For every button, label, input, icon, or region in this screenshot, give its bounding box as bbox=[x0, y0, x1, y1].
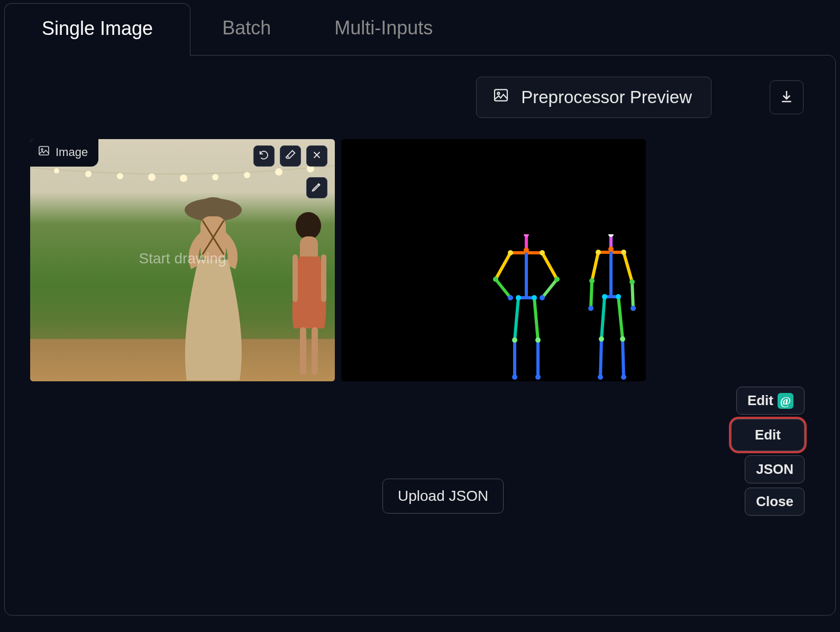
svg-line-54 bbox=[632, 282, 633, 308]
download-button[interactable] bbox=[770, 80, 804, 114]
svg-point-12 bbox=[199, 197, 227, 214]
svg-point-5 bbox=[148, 173, 156, 181]
undo-button[interactable] bbox=[253, 145, 275, 167]
edit-button[interactable]: Edit bbox=[731, 419, 805, 451]
svg-line-53 bbox=[624, 252, 632, 282]
svg-point-44 bbox=[512, 337, 517, 343]
svg-point-3 bbox=[85, 171, 92, 177]
image-icon bbox=[38, 144, 50, 160]
svg-rect-16 bbox=[300, 327, 306, 375]
svg-point-65 bbox=[629, 279, 635, 285]
json-button[interactable]: JSON bbox=[745, 455, 805, 483]
svg-point-8 bbox=[244, 172, 250, 178]
svg-rect-18 bbox=[293, 254, 298, 302]
main-panel: Preprocessor Preview bbox=[4, 55, 836, 616]
svg-point-2 bbox=[54, 168, 59, 173]
svg-point-37 bbox=[540, 250, 545, 255]
tab-batch[interactable]: Batch bbox=[190, 3, 303, 56]
draw-hint-text: Start drawing bbox=[139, 250, 226, 267]
edit-photopea-label: Edit bbox=[747, 392, 773, 409]
svg-point-14 bbox=[296, 212, 321, 240]
preprocessor-preview-text: Preprocessor Preview bbox=[521, 87, 692, 107]
svg-point-38 bbox=[493, 277, 498, 282]
eraser-button[interactable] bbox=[280, 145, 301, 167]
svg-rect-20 bbox=[39, 146, 49, 155]
svg-line-58 bbox=[618, 297, 623, 339]
close-button[interactable]: Close bbox=[745, 488, 805, 516]
pen-tool-button[interactable] bbox=[306, 177, 327, 198]
image-controls bbox=[253, 145, 327, 167]
svg-point-68 bbox=[602, 294, 607, 299]
svg-point-69 bbox=[616, 294, 621, 299]
photopea-icon: @ bbox=[778, 393, 793, 409]
svg-point-39 bbox=[554, 277, 560, 282]
svg-point-61 bbox=[608, 246, 614, 252]
svg-line-57 bbox=[600, 339, 601, 377]
edit-photopea-button[interactable]: Edit @ bbox=[736, 387, 805, 415]
preprocessor-preview-label: Preprocessor Preview bbox=[476, 77, 711, 118]
svg-point-64 bbox=[589, 278, 595, 283]
svg-point-42 bbox=[516, 295, 521, 300]
svg-point-6 bbox=[180, 175, 187, 182]
svg-line-51 bbox=[592, 252, 598, 281]
svg-point-60 bbox=[608, 234, 614, 237]
svg-point-62 bbox=[596, 250, 601, 255]
svg-line-26 bbox=[496, 279, 510, 298]
clear-button[interactable] bbox=[306, 145, 327, 167]
image-badge: Image bbox=[30, 139, 98, 167]
svg-point-72 bbox=[598, 374, 603, 380]
image-badge-label: Image bbox=[56, 145, 88, 159]
pose-skeleton-2 bbox=[579, 234, 643, 381]
eraser-icon bbox=[285, 149, 296, 163]
photo-figure-2 bbox=[279, 212, 335, 381]
photo-figure-1 bbox=[168, 196, 259, 381]
close-icon bbox=[311, 149, 323, 163]
content-row: Image Start drawing bbox=[5, 129, 835, 381]
svg-point-35 bbox=[524, 248, 529, 253]
svg-point-40 bbox=[508, 295, 513, 300]
svg-rect-0 bbox=[495, 89, 507, 100]
svg-point-43 bbox=[532, 295, 537, 300]
svg-point-45 bbox=[535, 337, 541, 343]
svg-point-34 bbox=[524, 234, 529, 237]
svg-point-7 bbox=[212, 174, 218, 180]
tabs: Single Image Batch Multi-Inputs bbox=[4, 3, 836, 56]
svg-line-25 bbox=[496, 253, 510, 279]
svg-point-67 bbox=[631, 306, 636, 311]
svg-point-46 bbox=[512, 374, 517, 380]
svg-line-56 bbox=[601, 297, 605, 339]
svg-point-66 bbox=[588, 306, 594, 311]
svg-line-59 bbox=[623, 339, 624, 377]
svg-point-4 bbox=[117, 173, 123, 179]
svg-line-32 bbox=[534, 298, 538, 340]
tab-single-image[interactable]: Single Image bbox=[4, 3, 190, 56]
upload-json-button[interactable]: Upload JSON bbox=[382, 479, 504, 514]
svg-rect-17 bbox=[312, 327, 318, 375]
image-icon bbox=[492, 87, 509, 108]
pose-skeleton-1 bbox=[489, 234, 563, 381]
svg-point-36 bbox=[508, 250, 513, 255]
svg-point-1 bbox=[498, 93, 500, 95]
svg-point-47 bbox=[535, 374, 541, 380]
svg-point-41 bbox=[540, 295, 545, 300]
svg-line-30 bbox=[515, 298, 518, 340]
top-bar: Preprocessor Preview bbox=[5, 56, 835, 129]
svg-rect-19 bbox=[321, 254, 326, 302]
pen-icon bbox=[311, 181, 323, 195]
svg-point-9 bbox=[275, 168, 282, 176]
undo-icon bbox=[258, 149, 270, 163]
svg-line-28 bbox=[542, 279, 557, 298]
download-icon bbox=[779, 88, 795, 106]
right-side-actions: Edit @ Edit JSON Close bbox=[731, 387, 805, 516]
svg-line-27 bbox=[542, 253, 557, 279]
svg-point-71 bbox=[620, 336, 625, 342]
tab-multi-inputs[interactable]: Multi-Inputs bbox=[303, 3, 464, 56]
svg-point-21 bbox=[41, 149, 43, 150]
svg-point-70 bbox=[599, 336, 604, 342]
source-image-canvas[interactable]: Image Start drawing bbox=[30, 139, 335, 381]
pose-preview bbox=[341, 139, 646, 381]
svg-point-73 bbox=[621, 374, 626, 380]
svg-line-52 bbox=[591, 281, 592, 308]
svg-point-63 bbox=[621, 250, 626, 255]
